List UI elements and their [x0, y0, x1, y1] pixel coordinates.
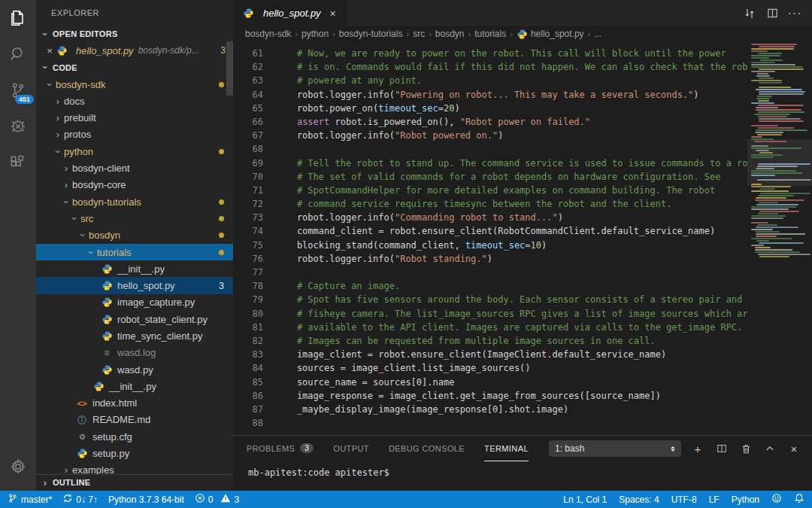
- tree-item-setup-py[interactable]: setup.py: [36, 445, 233, 461]
- panel-tab-debug-console[interactable]: DEBUG CONSOLE: [389, 436, 465, 461]
- status-cursor-position[interactable]: Ln 1, Col 1: [563, 494, 607, 505]
- tree-item-robot-state-client-py[interactable]: robot_state_client.py: [36, 311, 233, 327]
- search-icon[interactable]: [0, 36, 36, 72]
- open-changes-icon[interactable]: [740, 4, 759, 23]
- tree-item-readme-md[interactable]: README.md: [36, 412, 233, 428]
- code-line[interactable]: 70 # The set of valid commands for a rob…: [233, 170, 747, 184]
- open-editors-header[interactable]: › OPEN EDITORS: [36, 26, 233, 42]
- source-control-icon[interactable]: 451: [0, 72, 36, 108]
- tree-item-docs[interactable]: ›docs: [36, 93, 233, 109]
- breadcrumb-item[interactable]: tutorials: [474, 29, 506, 39]
- explorer-icon[interactable]: [0, 0, 36, 36]
- breadcrumb-item[interactable]: bosdyn-sdk: [245, 29, 291, 39]
- tree-item-tutorials[interactable]: ›tutorials: [36, 244, 233, 260]
- status-problems-summary[interactable]: 03: [195, 493, 239, 506]
- code-line[interactable]: 69 # Tell the robot to stand up. The com…: [233, 157, 747, 170]
- breadcrumb-item[interactable]: ...: [594, 29, 601, 39]
- tree-item-prebuilt[interactable]: ›prebuilt: [36, 109, 233, 126]
- sidebar-scrollbar[interactable]: [226, 41, 233, 96]
- code-line[interactable]: 83 image_client = robot.ensure_client(Im…: [233, 348, 747, 361]
- tree-item-time-sync-client-py[interactable]: time_sync_client.py: [36, 327, 233, 344]
- status-notifications[interactable]: [794, 493, 804, 506]
- breadcrumb-item[interactable]: bosdyn: [435, 29, 465, 39]
- more-actions-icon[interactable]: ···: [785, 4, 804, 23]
- status-feedback[interactable]: [771, 493, 782, 506]
- code-line[interactable]: 64 robot.logger.info("Powering on robot.…: [233, 88, 747, 102]
- code-line[interactable]: 65 robot.power_on(timeout_sec=20): [233, 102, 747, 115]
- close-icon[interactable]: ×: [44, 45, 56, 56]
- code-section-header[interactable]: › CODE: [36, 59, 233, 76]
- status-python-interpreter[interactable]: Python 3.7.3 64-bit: [108, 494, 184, 505]
- kill-terminal-icon[interactable]: [738, 441, 753, 456]
- tab-hello-spot[interactable]: hello_spot.py ×: [233, 0, 347, 26]
- status-sync-status[interactable]: 0↓ 7↑: [62, 493, 98, 506]
- close-panel-icon[interactable]: ×: [786, 441, 801, 456]
- code-line[interactable]: 79 # Spot has five sensors around the bo…: [233, 293, 747, 306]
- code-line[interactable]: 66 assert robot.is_powered_on(), "Robot …: [233, 115, 747, 129]
- code-line[interactable]: 68: [233, 142, 747, 156]
- panel-tab-output[interactable]: OUTPUT: [333, 436, 369, 461]
- tree-item-python[interactable]: ›python: [36, 143, 233, 160]
- open-editor-item[interactable]: × hello_spot.py bosdyn-sdk/p... 3: [36, 42, 233, 59]
- status-encoding[interactable]: UTF-8: [671, 494, 697, 505]
- code-line[interactable]: 82 # Images can be requested from multip…: [233, 334, 747, 348]
- tree-item--init-py[interactable]: __init__.py: [36, 260, 233, 277]
- breadcrumb-item[interactable]: src: [413, 29, 425, 39]
- code-line[interactable]: 78 # Capture an image.: [233, 279, 747, 293]
- code-line[interactable]: 84 sources = image_client.list_image_sou…: [233, 361, 747, 375]
- code-line[interactable]: 72 # command service requires timesync b…: [233, 197, 747, 211]
- tree-item-wasd-log[interactable]: ≡wasd.log: [36, 345, 233, 361]
- tree-item-wasd-py[interactable]: wasd.py: [36, 361, 233, 378]
- tree-item-src[interactable]: ›src: [36, 210, 233, 227]
- code-line[interactable]: 77: [233, 266, 747, 279]
- code-line[interactable]: 71 # SpotCommandHelper for more detailed…: [233, 184, 747, 197]
- tree-item-hello-spot-py[interactable]: hello_spot.py3: [36, 277, 233, 294]
- breadcrumb-item[interactable]: python: [301, 29, 329, 39]
- code-line[interactable]: 76 robot.logger.info("Robot standing."): [233, 252, 747, 266]
- panel-tab-terminal[interactable]: TERMINAL: [484, 436, 529, 461]
- split-terminal-icon[interactable]: [714, 441, 729, 456]
- extensions-icon[interactable]: [0, 144, 36, 181]
- terminal-shell-select[interactable]: 1: bash: [549, 440, 681, 457]
- code-line[interactable]: 63 # powered at any point.: [233, 74, 747, 87]
- tree-item-bosdyn[interactable]: ›bosdyn: [36, 227, 233, 244]
- code-line[interactable]: 73 robot.logger.info("Commanding robot t…: [233, 211, 747, 224]
- debug-icon[interactable]: [0, 108, 36, 144]
- outline-section-header[interactable]: › OUTLINE: [36, 474, 233, 491]
- tree-item--init-py[interactable]: __init__.py: [36, 378, 233, 394]
- code-line[interactable]: 67 robot.logger.info("Robot powered on."…: [233, 129, 747, 142]
- tree-item-image-capture-py[interactable]: image_capture.py: [36, 294, 233, 311]
- code-line[interactable]: 86 image_response = image_client.get_ima…: [233, 389, 747, 403]
- tab-close-icon[interactable]: ×: [327, 8, 339, 20]
- breadcrumb-item[interactable]: bosdyn-tutorials: [339, 29, 403, 39]
- maximize-panel-icon[interactable]: [762, 441, 777, 456]
- split-editor-icon[interactable]: [762, 4, 782, 23]
- settings-gear-icon[interactable]: [0, 449, 36, 485]
- tree-item-bosdyn-sdk[interactable]: ›bosdyn-sdk: [36, 76, 233, 93]
- code-line[interactable]: 74 command_client = robot.ensure_client(…: [233, 224, 747, 238]
- tree-item-bosdyn-core[interactable]: ›bosdyn-core: [36, 177, 233, 193]
- minimap[interactable]: [747, 41, 812, 435]
- tree-item-bosdyn-tutorials[interactable]: ›bosdyn-tutorials: [36, 193, 233, 210]
- new-terminal-icon[interactable]: +: [690, 441, 705, 456]
- code-line[interactable]: 80 # fisheye camera. The list_image_sour…: [233, 307, 747, 321]
- code-line[interactable]: 81 # available to the API client. Images…: [233, 321, 747, 334]
- code-editor[interactable]: 61 # Now, we are ready to power on the r…: [233, 41, 747, 435]
- code-line[interactable]: 62 # is on. Commands would fail if this …: [233, 60, 747, 74]
- status-eol[interactable]: LF: [709, 494, 720, 505]
- breadcrumb-item[interactable]: hello_spot.py: [531, 29, 584, 39]
- tree-item-setup-cfg[interactable]: setup.cfg: [36, 428, 233, 445]
- terminal-prompt[interactable]: mb-apitest:code apitester$: [233, 461, 812, 478]
- code-line[interactable]: 88: [233, 416, 747, 430]
- status-git-branch[interactable]: master*: [8, 493, 52, 506]
- code-line[interactable]: 61 # Now, we are ready to power on the r…: [233, 47, 747, 60]
- code-line[interactable]: 85 source_name = sources[0].name: [233, 376, 747, 389]
- code-line[interactable]: 75 blocking_stand(command_client, timeou…: [233, 239, 747, 252]
- panel-tab-problems[interactable]: PROBLEMS3: [247, 436, 314, 461]
- tree-item-protos[interactable]: ›protos: [36, 126, 233, 143]
- code-line[interactable]: 87 _maybe_display_image(image_response[0…: [233, 403, 747, 416]
- tree-item-bosdyn-client[interactable]: ›bosdyn-client: [36, 160, 233, 176]
- status-indentation[interactable]: Spaces: 4: [619, 494, 659, 505]
- status-language-mode[interactable]: Python: [732, 494, 759, 505]
- tree-item-examples[interactable]: ›examples: [36, 462, 233, 474]
